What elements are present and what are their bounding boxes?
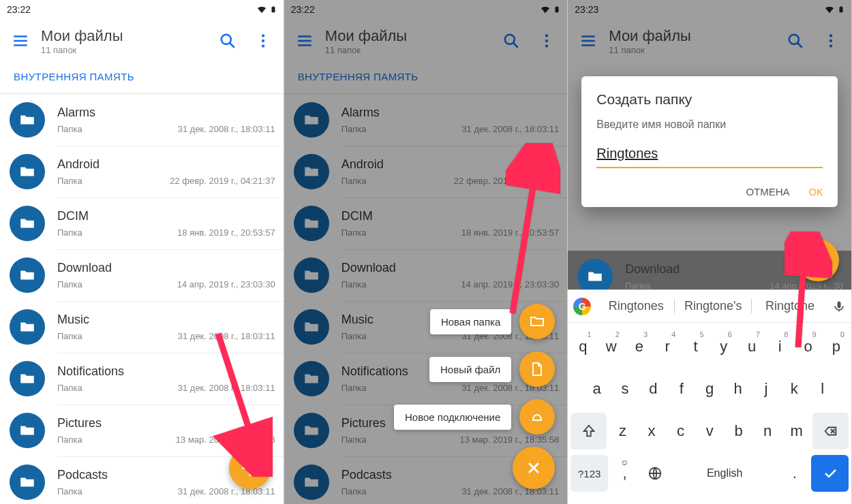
comma-key[interactable]: ,☺: [611, 455, 638, 492]
key-c[interactable]: c: [668, 413, 694, 450]
item-type: Папка: [57, 435, 82, 445]
item-name: Android: [341, 157, 560, 172]
mic-icon[interactable]: [832, 300, 846, 313]
item-date: 31 дек. 2008 г., 18:03:11: [461, 124, 559, 134]
key-s[interactable]: s: [613, 371, 637, 407]
key-g[interactable]: g: [697, 371, 722, 407]
svg-rect-9: [556, 6, 558, 7]
key-z[interactable]: z: [610, 413, 636, 450]
space-key[interactable]: English: [671, 455, 778, 492]
enter-key[interactable]: [811, 455, 849, 492]
list-item[interactable]: Android Папка22 февр. 2019 г., 04:21:37: [0, 146, 284, 198]
menu-button[interactable]: [290, 26, 320, 56]
item-date: 14 апр. 2019 г., 23:03:30: [461, 279, 559, 289]
suggestion-1[interactable]: Ringtones: [598, 299, 674, 313]
sd-new-connection-button[interactable]: [519, 399, 555, 435]
fab-add[interactable]: [229, 447, 271, 489]
key-v[interactable]: v: [697, 413, 722, 450]
breadcrumb[interactable]: ВНУТРЕННЯЯ ПАМЯТЬ: [284, 63, 568, 94]
app-bar: Мои файлы 11 папок: [284, 19, 568, 63]
key-h[interactable]: h: [725, 371, 750, 407]
key-d[interactable]: d: [641, 371, 665, 407]
key-b[interactable]: b: [726, 413, 752, 450]
item-date: 14 апр. 2019 г., 23:03:30: [177, 279, 275, 289]
menu-button[interactable]: [5, 26, 35, 56]
speed-dial: Новая папка Новый файл Новое подключение: [394, 304, 555, 489]
dialog-ok-button[interactable]: ОК: [809, 186, 823, 198]
svg-point-23: [830, 44, 832, 47]
key-j[interactable]: j: [754, 371, 778, 407]
more-button[interactable]: [532, 26, 562, 56]
item-name: Download: [341, 261, 560, 275]
list-item[interactable]: Notifications Папка31 дек. 2008 г., 18:0…: [0, 353, 284, 405]
key-x[interactable]: x: [639, 413, 665, 450]
status-bar: 23:23: [568, 0, 851, 19]
status-bar: 23:22: [284, 0, 568, 19]
sd-close-button[interactable]: [513, 447, 555, 489]
list-item[interactable]: Download Папка14 апр. 2019 г., 23:03:30: [284, 249, 568, 301]
key-y[interactable]: 6y: [712, 328, 736, 365]
battery-icon: [838, 4, 845, 15]
shift-key[interactable]: [570, 413, 607, 450]
more-button[interactable]: [248, 26, 278, 56]
search-button[interactable]: [780, 26, 810, 56]
key-o[interactable]: 9o: [795, 328, 820, 365]
key-r[interactable]: 4r: [655, 328, 680, 365]
search-button[interactable]: [496, 26, 526, 56]
key-q[interactable]: 1q: [570, 328, 595, 365]
search-button[interactable]: [213, 26, 243, 56]
svg-point-6: [261, 44, 264, 47]
period-key[interactable]: .: [781, 455, 808, 492]
battery-icon: [270, 4, 277, 15]
svg-point-2: [221, 35, 230, 44]
sd-new-file-button[interactable]: [519, 351, 555, 387]
list-item[interactable]: Music Папка31 дек. 2008 г., 18:03:11: [0, 301, 284, 353]
list-item[interactable]: Android Папка22 февр. 2019 г., 04:21:37: [284, 146, 568, 198]
svg-point-4: [261, 34, 264, 37]
backspace-key[interactable]: [812, 413, 849, 450]
suggestion-2[interactable]: Ringtone's: [674, 299, 751, 313]
key-n[interactable]: n: [755, 413, 780, 450]
svg-line-20: [797, 43, 802, 48]
item-type: Папка: [341, 279, 367, 289]
status-icons: [824, 4, 845, 15]
symbols-key[interactable]: ?123: [570, 455, 608, 492]
menu-button[interactable]: [573, 26, 603, 56]
folder-icon: [294, 464, 329, 500]
list-item[interactable]: DCIM Папка18 янв. 2019 г., 20:53:57: [0, 198, 284, 249]
item-name: Notifications: [57, 364, 275, 379]
item-name: DCIM: [341, 209, 560, 223]
key-m[interactable]: m: [784, 413, 810, 450]
list-item[interactable]: Alarms Папка31 дек. 2008 г., 18:03:11: [284, 94, 568, 146]
suggestion-3[interactable]: Ringtone: [751, 299, 828, 313]
fab-add[interactable]: [797, 239, 839, 281]
dialog-cancel-button[interactable]: ОТМЕНА: [746, 186, 789, 198]
sd-new-file-label: Новый файл: [429, 357, 511, 382]
language-key[interactable]: [641, 455, 668, 492]
item-date: 18 янв. 2019 г., 20:53:57: [461, 227, 560, 238]
status-time: 23:22: [291, 4, 315, 15]
key-t[interactable]: 5t: [683, 328, 708, 365]
more-button[interactable]: [816, 26, 846, 56]
key-w[interactable]: 2w: [599, 328, 624, 365]
breadcrumb[interactable]: ВНУТРЕННЯЯ ПАМЯТЬ: [0, 63, 284, 94]
key-k[interactable]: k: [782, 371, 806, 407]
key-u[interactable]: 7u: [740, 328, 764, 365]
key-e[interactable]: 3e: [627, 328, 652, 365]
status-time: 23:23: [575, 4, 598, 15]
list-item[interactable]: Download Папка14 апр. 2019 г., 23:03:30: [0, 249, 284, 301]
key-p[interactable]: 0p: [824, 328, 849, 365]
item-type: Папка: [57, 176, 82, 186]
folder-icon: [294, 309, 329, 345]
list-item[interactable]: Alarms Папка31 дек. 2008 г., 18:03:11: [0, 94, 284, 146]
item-name: Pictures: [57, 416, 275, 430]
key-a[interactable]: a: [584, 371, 609, 407]
list-item[interactable]: DCIM Папка18 янв. 2019 г., 20:53:57: [284, 198, 568, 249]
sd-new-folder-button[interactable]: [519, 304, 555, 339]
key-f[interactable]: f: [669, 371, 694, 407]
folder-name-input[interactable]: [596, 143, 823, 168]
key-l[interactable]: l: [810, 371, 835, 407]
key-i[interactable]: 8i: [767, 328, 792, 365]
battery-icon: [553, 4, 560, 15]
folder-icon: [10, 257, 45, 293]
